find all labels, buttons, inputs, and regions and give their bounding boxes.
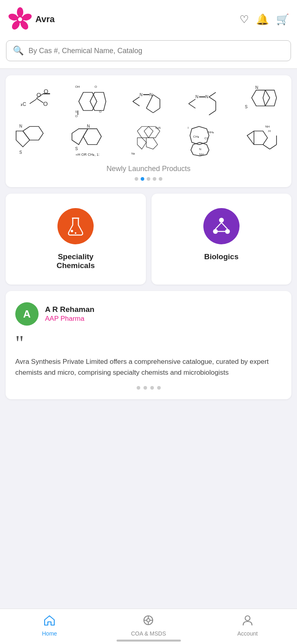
svg-marker-57 xyxy=(137,138,146,149)
svg-marker-47 xyxy=(23,126,43,140)
svg-text:CH₃: CH₃ xyxy=(193,135,199,138)
home-icon xyxy=(43,615,55,629)
coa-msds-icon xyxy=(143,615,154,629)
svg-marker-17 xyxy=(79,93,97,111)
molecule-8: O₂N Na xyxy=(122,122,175,158)
carousel-dot-2[interactable] xyxy=(141,177,144,181)
speciality-chemicals-label: SpecialityChemicals xyxy=(57,252,95,270)
home-label: Home xyxy=(42,630,57,637)
svg-text:Na: Na xyxy=(131,152,135,155)
bio-icon xyxy=(211,216,231,236)
logo-container: Avra xyxy=(8,7,55,31)
svg-point-77 xyxy=(71,230,73,232)
svg-text:S: S xyxy=(75,110,77,114)
search-container: 🔍 xyxy=(0,36,297,69)
svg-point-79 xyxy=(219,218,224,223)
svg-text:NH: NH xyxy=(199,153,204,156)
svg-line-28 xyxy=(153,95,160,99)
testimonial-dot-2[interactable] xyxy=(143,386,147,390)
svg-text:O: O xyxy=(95,85,97,89)
svg-line-24 xyxy=(133,101,139,106)
svg-line-23 xyxy=(133,97,139,101)
category-speciality-chemicals[interactable]: SpecialityChemicals xyxy=(6,194,146,285)
svg-text:O: O xyxy=(37,92,41,98)
svg-line-83 xyxy=(221,223,227,229)
app-name: Avra xyxy=(35,14,55,25)
svg-marker-48 xyxy=(16,131,30,147)
search-input[interactable] xyxy=(29,47,284,55)
products-carousel-card: ₃C O O O OH O S O O xyxy=(6,75,291,187)
nav-account[interactable]: Account xyxy=(198,609,297,644)
testimonial-dot-1[interactable] xyxy=(137,386,140,390)
testimonial-name: A R Rehaman xyxy=(45,305,94,314)
quote-icon: " xyxy=(15,333,282,354)
svg-marker-52 xyxy=(72,129,88,144)
svg-text:₃C: ₃C xyxy=(20,101,26,107)
molecule-9: I NH₂ CH₃ Cl⁻ N NH xyxy=(178,122,231,158)
carousel-dots xyxy=(10,177,287,181)
svg-line-10 xyxy=(37,98,43,103)
categories-section: SpecialityChemicals Biologics xyxy=(6,194,291,285)
molecule-6: N S xyxy=(10,122,63,158)
wishlist-icon[interactable]: ♡ xyxy=(240,13,249,26)
products-section-title: Newly Launched Products xyxy=(10,165,287,173)
molecule-5: N S xyxy=(234,83,287,120)
cart-icon[interactable]: 🛒 xyxy=(276,13,289,26)
svg-text:N: N xyxy=(195,95,198,99)
testimonial-company: AAP Pharma xyxy=(45,315,94,323)
notifications-icon[interactable]: 🔔 xyxy=(256,13,269,26)
testimonial-dot-3[interactable] xyxy=(150,386,154,390)
svg-text:NH: NH xyxy=(265,125,270,128)
svg-text:I: I xyxy=(188,126,188,130)
svg-line-41 xyxy=(209,111,216,115)
svg-point-0 xyxy=(17,7,23,17)
biologics-label: Biologics xyxy=(204,252,239,261)
coa-msds-label: COA & MSDS xyxy=(131,630,166,637)
svg-marker-71 xyxy=(247,131,268,145)
svg-text:.H: .H xyxy=(267,129,270,133)
molecule-2: OH O S O O xyxy=(66,83,119,120)
home-indicator xyxy=(117,640,181,642)
svg-text:S: S xyxy=(75,147,78,151)
biologics-icon-circle xyxy=(203,208,240,244)
carousel-dot-3[interactable] xyxy=(147,177,150,181)
header-icons: ♡ 🔔 🛒 xyxy=(240,13,289,26)
svg-line-73 xyxy=(263,144,270,149)
svg-point-87 xyxy=(147,619,150,622)
svg-marker-55 xyxy=(137,126,153,138)
svg-text:S: S xyxy=(19,150,22,155)
svg-text:O₂N: O₂N xyxy=(155,126,160,129)
search-bar[interactable]: 🔍 xyxy=(6,40,291,61)
molecule-10: NH .H xyxy=(234,122,287,158)
header: Avra ♡ 🔔 🛒 xyxy=(0,0,297,36)
account-label: Account xyxy=(238,630,258,637)
molecule-7: N S =H OR CH₃, 1: xyxy=(66,122,119,158)
svg-line-34 xyxy=(189,104,196,108)
carousel-dot-5[interactable] xyxy=(159,177,162,181)
bottom-nav: Home COA & MSDS Account xyxy=(0,609,297,644)
svg-point-80 xyxy=(213,229,218,234)
carousel-dot-4[interactable] xyxy=(153,177,156,181)
flask-icon xyxy=(66,216,86,236)
nav-coa-msds[interactable]: COA & MSDS xyxy=(99,609,198,644)
avra-logo-icon xyxy=(8,7,32,31)
carousel-dot-1[interactable] xyxy=(135,177,138,181)
svg-point-92 xyxy=(245,616,250,621)
svg-text:Cl⁻: Cl⁻ xyxy=(205,136,209,140)
svg-text:N: N xyxy=(19,124,22,128)
testimonial-dot-4[interactable] xyxy=(157,386,161,390)
svg-line-33 xyxy=(189,99,196,103)
account-icon xyxy=(242,615,253,629)
svg-text:N: N xyxy=(255,85,258,90)
testimonial-header: A A R Rehaman AAP Pharma xyxy=(15,302,282,326)
testimonial-info: A R Rehaman AAP Pharma xyxy=(45,305,94,323)
svg-point-81 xyxy=(225,229,230,234)
category-biologics[interactable]: Biologics xyxy=(152,194,292,285)
avatar: A xyxy=(15,302,39,326)
speciality-chemicals-icon-circle xyxy=(57,208,94,244)
svg-text:N: N xyxy=(199,147,201,151)
nav-home[interactable]: Home xyxy=(0,609,99,644)
molecules-grid: ₃C O O O OH O S O O xyxy=(10,83,287,158)
svg-marker-58 xyxy=(146,138,158,149)
svg-text:OH: OH xyxy=(75,85,80,89)
